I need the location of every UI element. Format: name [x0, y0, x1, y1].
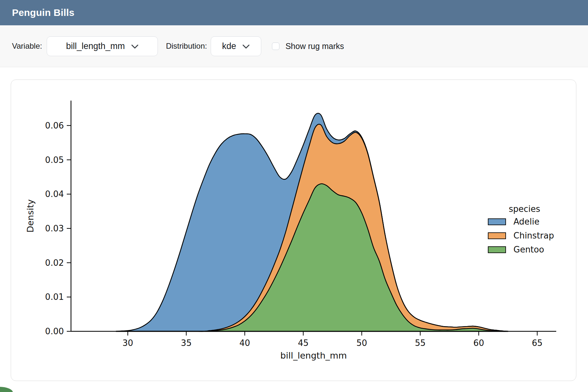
distribution-select-value: kde [222, 41, 236, 51]
corner-accent [0, 387, 13, 392]
legend-title: species [488, 204, 561, 214]
rug-checkbox[interactable] [272, 43, 279, 50]
legend-swatch-icon [488, 218, 506, 225]
plot-legend: species AdelieChinstrapGentoo [488, 204, 561, 260]
legend-entries: AdelieChinstrapGentoo [488, 218, 561, 253]
app-header: Penguin Bills [0, 0, 588, 25]
legend-entry: Gentoo [488, 246, 561, 253]
app-root: { "header": { "title": "Penguin Bills", … [0, 0, 588, 392]
rug-checkbox-label: Show rug marks [286, 42, 344, 51]
chevron-down-icon [242, 41, 250, 51]
legend-swatch-icon [488, 246, 506, 253]
distribution-select[interactable]: kde [211, 36, 261, 56]
variable-select[interactable]: bill_length_mm [47, 36, 158, 56]
legend-entry: Chinstrap [488, 232, 561, 239]
app-title: Penguin Bills [12, 7, 75, 18]
plot-card: species AdelieChinstrapGentoo [11, 80, 576, 381]
chevron-down-icon [131, 41, 138, 51]
legend-entry-label: Adelie [513, 217, 539, 227]
legend-entry: Adelie [488, 218, 561, 225]
variable-label: Variable: [12, 42, 42, 51]
distribution-label: Distribution: [166, 42, 207, 51]
toolbar: Variable: bill_length_mm Distribution: k… [0, 25, 588, 67]
legend-entry-label: Gentoo [513, 245, 544, 254]
variable-select-value: bill_length_mm [66, 41, 125, 51]
legend-entry-label: Chinstrap [513, 231, 554, 240]
legend-swatch-icon [488, 232, 506, 239]
